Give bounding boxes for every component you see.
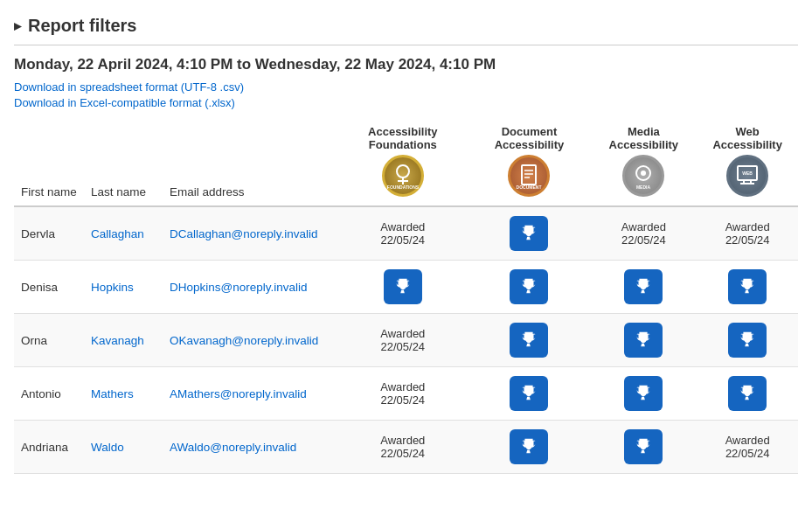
lastname-link[interactable]: Waldo [91,441,124,454]
table-row: AndrianaWaldoAWaldo@noreply.invalidAward… [14,421,798,474]
svg-point-10 [641,171,646,176]
email-link[interactable]: DHopkins@noreply.invalid [170,281,308,294]
download-csv-link[interactable]: Download in spreadsheet format (UTF-8 .c… [14,80,798,94]
report-filters-title: Report filters [28,16,136,36]
cell-email[interactable]: DHopkins@noreply.invalid [163,261,337,314]
table-header-row: First name Last name Email address Acces… [14,120,798,206]
header-accessibility-foundations: Accessibility Foundations FOUNDATIONS [337,120,468,206]
lastname-link[interactable]: Mathers [91,387,134,400]
header-email: Email address [163,120,337,206]
table-row: DenisaHopkinsDHopkins@noreply.invalid [14,261,798,314]
cell-email[interactable]: AWaldo@noreply.invalid [163,421,337,474]
lastname-link[interactable]: Kavanagh [91,334,144,347]
table-cell [468,261,591,314]
header-document-accessibility: Document Accessibility DOCUMENT [468,120,591,206]
table-cell [590,261,697,314]
media-badge-icon: MEDIA [622,155,664,197]
trophy-button[interactable] [510,323,548,358]
svg-text:DOCUMENT: DOCUMENT [517,184,542,190]
lastname-link[interactable]: Callaghan [91,227,144,240]
header-firstname: First name [14,120,84,206]
web-badge-icon: WEB [726,155,768,197]
document-badge-icon: DOCUMENT [508,155,550,197]
header-web-accessibility: Web Accessibility WEB [697,120,798,206]
trophy-button[interactable] [728,269,767,304]
table-cell: Awarded22/05/24 [697,421,798,474]
table-cell [590,367,697,421]
cell-firstname: Denisa [14,261,84,314]
table-cell [590,314,697,367]
cell-email[interactable]: DCallaghan@noreply.invalid [163,206,337,261]
download-links: Download in spreadsheet format (UTF-8 .c… [14,80,798,109]
table-cell: Awarded22/05/24 [590,206,697,261]
cell-lastname[interactable]: Kavanagh [84,314,163,367]
table-cell [337,261,468,314]
table-cell: Awarded22/05/24 [337,367,468,421]
table-cell: Awarded22/05/24 [697,206,798,261]
header-media-accessibility: Media Accessibility MEDIA [590,120,697,206]
cell-email[interactable]: AMathers@noreply.invalid [163,367,337,421]
table-cell [468,314,591,367]
svg-point-0 [397,165,409,177]
table-cell: Awarded22/05/24 [337,421,468,474]
table-cell [697,314,798,367]
email-link[interactable]: OKavanagh@noreply.invalid [170,334,318,347]
cell-firstname: Antonio [14,367,84,421]
trophy-button[interactable] [624,429,663,464]
trophy-button[interactable] [624,323,663,358]
trophy-button[interactable] [624,376,663,411]
trophy-button[interactable] [624,269,663,304]
lastname-link[interactable]: Hopkins [91,281,134,294]
cell-email[interactable]: OKavanagh@noreply.invalid [163,314,337,367]
cell-lastname[interactable]: Waldo [84,421,163,474]
svg-text:MEDIA: MEDIA [636,184,651,190]
header-lastname: Last name [84,120,163,206]
results-table: First name Last name Email address Acces… [14,120,798,474]
trophy-button[interactable] [728,376,767,411]
download-xlsx-link[interactable]: Download in Excel-compatible format (.xl… [14,96,798,109]
svg-text:FOUNDATIONS: FOUNDATIONS [387,184,419,190]
email-link[interactable]: AWaldo@noreply.invalid [170,441,296,454]
date-range: Monday, 22 April 2024, 4:10 PM to Wednes… [14,56,798,73]
table-cell [468,206,591,261]
svg-rect-4 [522,165,536,184]
table-row: OrnaKavanaghOKavanagh@noreply.invalidAwa… [14,314,798,367]
cell-lastname[interactable]: Mathers [84,367,163,421]
table-row: DervlaCallaghanDCallaghan@noreply.invali… [14,206,798,261]
cell-lastname[interactable]: Callaghan [84,206,163,261]
table-cell [590,421,697,474]
cell-firstname: Dervla [14,206,84,261]
email-link[interactable]: AMathers@noreply.invalid [170,387,307,400]
email-link[interactable]: DCallaghan@noreply.invalid [170,227,318,240]
table-cell: Awarded22/05/24 [337,206,468,261]
table-row: AntonioMathersAMathers@noreply.invalidAw… [14,367,798,421]
table-cell [697,367,798,421]
trophy-button[interactable] [510,269,548,304]
cell-firstname: Andriana [14,421,84,474]
trophy-button[interactable] [510,429,548,464]
cell-lastname[interactable]: Hopkins [84,261,163,314]
trophy-button[interactable] [728,323,767,358]
trophy-button[interactable] [510,216,548,251]
chevron-right-icon: ▸ [14,17,21,34]
trophy-button[interactable] [384,269,422,304]
cell-firstname: Orna [14,314,84,367]
table-cell [468,421,591,474]
svg-text:WEB: WEB [742,171,753,176]
foundations-badge-icon: FOUNDATIONS [382,155,424,197]
report-filters-header[interactable]: ▸ Report filters [14,9,798,45]
table-cell [468,367,591,421]
table-cell: Awarded22/05/24 [337,314,468,367]
table-cell [697,261,798,314]
trophy-button[interactable] [510,376,548,411]
